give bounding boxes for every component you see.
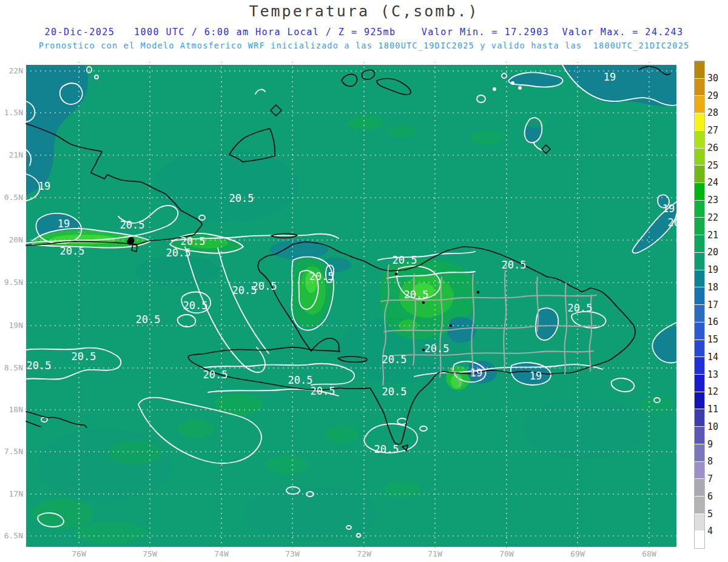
colorbar-block — [695, 531, 704, 548]
colorbar-block — [695, 444, 704, 461]
contour-value-label: 20.5 — [404, 289, 429, 301]
colorbar-block — [695, 149, 704, 166]
page-title: Temperatura (C,somb.) — [0, 2, 728, 20]
colorbar-block — [695, 514, 704, 531]
colorbar-block — [695, 375, 704, 392]
contour-value-label: 19 — [662, 202, 675, 215]
lat-tick-label: 7.5N — [0, 446, 23, 457]
colorbar-tick-label: 9 — [707, 439, 727, 450]
contour-value-label: 20.5 — [181, 235, 206, 247]
colorbar-tick-label: 5 — [707, 509, 727, 520]
contour-value-label: 19 — [530, 370, 542, 382]
shade-patch — [153, 150, 299, 222]
colorbar-block — [695, 427, 704, 444]
colorbar-block — [695, 287, 704, 304]
colorbar-block — [695, 166, 704, 182]
colorbar-tick-label: 7 — [707, 473, 727, 484]
colorbar-block — [695, 235, 704, 252]
contour-value-label: 20.5 — [166, 247, 191, 259]
colorbar-block — [695, 462, 704, 479]
shade-patch — [178, 420, 214, 438]
colorbar-block — [695, 340, 704, 357]
contour-value-label: 20.5 — [229, 192, 254, 204]
colorbar-tick-label: 17 — [707, 299, 727, 310]
terrain-dot — [477, 292, 479, 293]
terrain-dot — [396, 273, 397, 275]
colorbar-block — [695, 357, 704, 374]
terrain-dot — [423, 302, 425, 304]
lon-tick-label: 69W — [564, 549, 591, 559]
shade-patch — [108, 441, 163, 465]
contour-value-label: 19 — [58, 218, 70, 230]
lon-tick-label: 75W — [136, 549, 163, 559]
colorbar-tick-label: 8 — [707, 456, 727, 467]
colorbar-block — [695, 253, 704, 270]
temperature-colorbar — [694, 61, 705, 549]
contour-line — [511, 82, 514, 84]
contour-value-label: 20.5 — [374, 443, 399, 455]
contour-value-label: 20.5 — [382, 386, 407, 398]
colorbar-tick-label: 27 — [707, 125, 727, 136]
colorbar-tick-label: 23 — [707, 195, 727, 206]
colorbar-tick-label: 15 — [707, 334, 727, 345]
lat-tick-label: 21N — [0, 150, 23, 161]
lat-tick-label: 8.5N — [0, 363, 23, 373]
shade-patch — [384, 481, 420, 498]
colorbar-block — [695, 183, 704, 200]
contour-value-label: 20.5 — [232, 284, 257, 296]
contour-value-label: 20.5 — [203, 369, 228, 381]
map-canvas: 19191919191920.520.520.520.520.520.520.5… — [26, 65, 676, 547]
contour-line — [519, 87, 521, 89]
lon-tick-label: 70W — [493, 549, 520, 559]
colorbar-tick-label: 22 — [707, 212, 727, 223]
lat-tick-label: 1.5N — [0, 107, 23, 118]
lat-tick-label: 6.5N — [0, 530, 23, 541]
lat-tick-label: 22N — [0, 65, 23, 76]
colorbar-tick-label: 26 — [707, 142, 727, 153]
valid-time-line: 20-Dic-2025 1000 UTC / 6:00 am Hora Loca… — [0, 27, 728, 38]
contour-value-label: 20.5 — [136, 313, 161, 326]
temperature-map-svg: 19191919191920.520.520.520.520.520.520.5… — [26, 65, 676, 547]
contour-value-label: 20.5 — [72, 350, 96, 363]
contour-value-label: 20.5 — [393, 254, 417, 266]
colorbar-block — [695, 323, 704, 340]
shade-patch — [266, 455, 308, 475]
colorbar-block — [695, 201, 704, 218]
lat-tick-label: 19N — [0, 320, 23, 331]
lat-tick-label: 18N — [0, 404, 23, 415]
lat-tick-label: 17N — [0, 489, 23, 500]
lat-tick-label: 20N — [0, 235, 23, 246]
colorbar-tick-label: 21 — [707, 230, 727, 241]
colorbar-block — [695, 113, 704, 130]
colorbar-block — [695, 305, 704, 322]
weather-forecast-map-page: Temperatura (C,somb.) 20-Dic-2025 1000 U… — [0, 0, 728, 562]
colorbar-tick-label: 13 — [707, 369, 727, 380]
lat-tick-label: 9.5N — [0, 277, 23, 288]
lon-tick-label: 71W — [422, 549, 448, 559]
colorbar-tick-label: 19 — [707, 264, 727, 275]
shade-patch — [470, 130, 504, 145]
colorbar-tick-label: 30 — [707, 73, 727, 84]
shade-patch — [325, 426, 359, 443]
contour-value-label: 20.5 — [27, 360, 52, 372]
lon-tick-label: 72W — [351, 549, 377, 559]
contour-value-label: 20.5 — [120, 219, 145, 231]
contour-value-label: 20.5 — [668, 216, 693, 229]
shade-patch — [38, 429, 172, 501]
contour-value-label: 20.5 — [183, 299, 208, 312]
contour-value-label: 20.5 — [502, 259, 527, 271]
colorbar-block — [695, 61, 704, 78]
colorbar-tick-label: 18 — [707, 282, 727, 293]
contour-value-label: 19 — [470, 367, 482, 379]
colorbar-block — [695, 131, 704, 148]
colorbar-block — [695, 409, 704, 426]
colorbar-tick-label: 4 — [707, 526, 727, 537]
contour-value-label: 20.5 — [382, 353, 407, 366]
colorbar-block — [695, 270, 704, 287]
shade-patch — [348, 115, 384, 130]
shade-patch — [524, 398, 645, 459]
colorbar-block — [695, 497, 704, 513]
lon-tick-label: 68W — [636, 549, 662, 559]
lon-tick-label: 74W — [208, 549, 235, 559]
contour-value-label: 20.5 — [425, 343, 450, 355]
